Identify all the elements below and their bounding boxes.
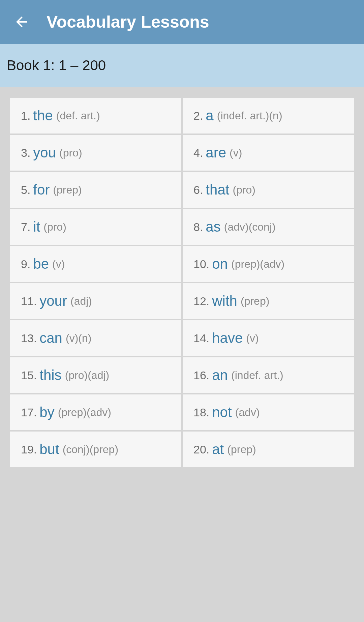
item-number: 3.: [21, 146, 30, 159]
item-word: can: [39, 330, 62, 346]
item-word: your: [39, 293, 67, 309]
item-number: 20.: [193, 443, 209, 456]
vocab-item[interactable]: 12.with(prep): [183, 283, 354, 319]
item-pos: (indef. art.)(n): [217, 110, 282, 122]
vocab-item[interactable]: 13.can(v)(n): [10, 320, 181, 356]
vocab-item[interactable]: 17.by(prep)(adv): [10, 394, 181, 430]
item-pos: (def. art.): [56, 110, 100, 122]
back-arrow-icon[interactable]: [13, 14, 30, 30]
item-word: the: [33, 108, 53, 124]
item-number: 9.: [21, 258, 30, 271]
vocab-item[interactable]: 20.at(prep): [183, 432, 354, 467]
item-word: at: [212, 441, 224, 457]
item-pos: (prep): [227, 443, 256, 456]
subheader: Book 1: 1 – 200: [0, 44, 364, 87]
vocab-item[interactable]: 5.for(prep): [10, 172, 181, 208]
item-pos: (v): [52, 258, 65, 270]
item-number: 4.: [193, 146, 203, 159]
item-pos: (v): [230, 147, 242, 159]
item-number: 18.: [193, 406, 209, 419]
vocab-item[interactable]: 9.be(v): [10, 246, 181, 282]
content-area: 1.the(def. art.)2.a(indef. art.)(n)3.you…: [0, 87, 364, 467]
item-word: are: [206, 145, 226, 161]
vocab-item[interactable]: 10.on(prep)(adv): [183, 246, 354, 282]
item-number: 2.: [193, 109, 203, 122]
vocab-item[interactable]: 6.that(pro): [183, 172, 354, 208]
item-word: a: [206, 108, 213, 124]
item-number: 14.: [193, 332, 209, 345]
item-word: by: [39, 404, 54, 420]
vocab-item[interactable]: 19.but(conj)(prep): [10, 432, 181, 467]
item-number: 7.: [21, 220, 30, 234]
vocab-item[interactable]: 1.the(def. art.): [10, 98, 181, 134]
item-number: 10.: [193, 258, 209, 271]
item-number: 15.: [21, 369, 37, 382]
item-pos: (adv): [235, 406, 260, 419]
item-pos: (prep)(adv): [231, 258, 284, 270]
item-word: on: [212, 256, 228, 272]
item-word: this: [39, 367, 61, 383]
item-word: with: [212, 293, 237, 309]
item-number: 8.: [193, 220, 203, 234]
item-pos: (adv)(conj): [224, 221, 276, 233]
item-number: 5.: [21, 183, 30, 197]
item-number: 17.: [21, 406, 37, 419]
vocab-item[interactable]: 14.have(v): [183, 320, 354, 356]
item-word: be: [33, 256, 49, 272]
item-pos: (prep)(adv): [58, 406, 111, 419]
item-pos: (prep): [241, 295, 269, 307]
item-word: an: [212, 367, 228, 383]
item-number: 16.: [193, 369, 209, 382]
item-pos: (v)(n): [66, 332, 91, 345]
item-pos: (pro): [233, 184, 255, 196]
vocab-item[interactable]: 8.as(adv)(conj): [183, 209, 354, 245]
item-word: it: [33, 219, 40, 235]
item-word: as: [206, 219, 220, 235]
item-word: but: [39, 441, 59, 457]
item-pos: (conj)(prep): [63, 443, 118, 456]
item-number: 1.: [21, 109, 30, 122]
item-word: have: [212, 330, 243, 346]
vocab-item[interactable]: 4.are(v): [183, 135, 354, 171]
item-word: not: [212, 404, 232, 420]
item-pos: (v): [246, 332, 259, 345]
item-word: for: [33, 182, 50, 198]
vocab-item[interactable]: 18.not(adv): [183, 394, 354, 430]
item-word: that: [206, 182, 229, 198]
item-pos: (indef. art.): [231, 369, 283, 382]
vocab-item[interactable]: 15.this(pro)(adj): [10, 357, 181, 393]
item-number: 11.: [21, 295, 37, 308]
item-pos: (pro): [43, 221, 66, 233]
item-word: you: [33, 145, 56, 161]
item-pos: (pro)(adj): [65, 369, 110, 382]
item-number: 13.: [21, 332, 37, 345]
item-pos: (prep): [53, 184, 82, 196]
vocab-item[interactable]: 2.a(indef. art.)(n): [183, 98, 354, 134]
vocab-item[interactable]: 3.you(pro): [10, 135, 181, 171]
vocab-grid: 1.the(def. art.)2.a(indef. art.)(n)3.you…: [10, 98, 354, 467]
page-title: Vocabulary Lessons: [47, 12, 209, 32]
item-number: 12.: [193, 295, 209, 308]
app-header: Vocabulary Lessons: [0, 0, 364, 44]
item-number: 19.: [21, 443, 37, 456]
vocab-item[interactable]: 7.it(pro): [10, 209, 181, 245]
item-number: 6.: [193, 183, 203, 197]
item-pos: (adj): [70, 295, 92, 307]
subheader-text: Book 1: 1 – 200: [7, 57, 106, 73]
item-pos: (pro): [59, 147, 82, 159]
vocab-item[interactable]: 11.your(adj): [10, 283, 181, 319]
vocab-item[interactable]: 16.an(indef. art.): [183, 357, 354, 393]
